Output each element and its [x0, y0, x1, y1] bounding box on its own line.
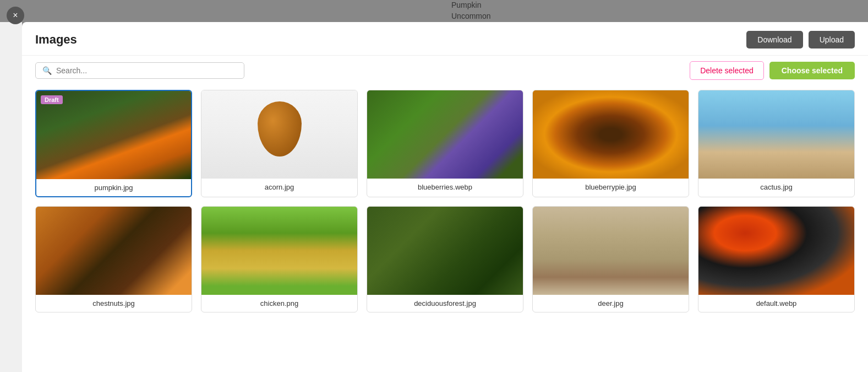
modal-toolbar: 🔍 Delete selected Choose selected — [22, 56, 868, 85]
background-hint: Pumpkin Uncommon — [451, 0, 491, 21]
header-actions: Download Upload — [746, 31, 855, 48]
search-icon: 🔍 — [42, 66, 52, 75]
image-label-deciduousforest: deciduousforest.jpg — [367, 295, 523, 312]
image-label-pumpkin: pumpkin.jpg — [36, 179, 191, 196]
image-label-cactus: cactus.jpg — [698, 179, 854, 196]
images-modal: Images Download Upload 🔍 Delete selected… — [22, 22, 868, 372]
draft-badge-pumpkin: Draft — [41, 95, 63, 104]
image-thumb-blueberries — [367, 90, 523, 179]
image-label-chestnuts: chestnuts.jpg — [36, 295, 192, 312]
upload-button[interactable]: Upload — [809, 31, 855, 48]
image-card-blueberries[interactable]: blueberries.webp — [367, 90, 523, 197]
image-thumb-blueberrypie — [533, 90, 689, 179]
image-thumb-default — [698, 207, 854, 295]
image-card-acorn[interactable]: acorn.jpg — [201, 90, 358, 197]
image-thumb-chicken — [201, 207, 357, 295]
image-thumb-acorn — [201, 90, 357, 179]
choose-selected-button[interactable]: Choose selected — [769, 62, 855, 79]
search-wrapper[interactable]: 🔍 — [35, 62, 244, 79]
modal-header: Images Download Upload — [22, 22, 868, 56]
modal-body: Draftpumpkin.jpgacorn.jpgblueberries.web… — [22, 85, 868, 372]
close-button[interactable]: × — [7, 7, 24, 24]
toolbar-right: Delete selected Choose selected — [690, 61, 855, 80]
image-card-blueberrypie[interactable]: blueberrypie.jpg — [532, 90, 689, 197]
image-label-blueberries: blueberries.webp — [367, 179, 523, 196]
image-grid: Draftpumpkin.jpgacorn.jpgblueberries.web… — [35, 90, 855, 312]
image-thumb-cactus — [698, 90, 854, 179]
image-card-cactus[interactable]: cactus.jpg — [698, 90, 855, 197]
modal-title: Images — [35, 33, 77, 47]
image-card-deer[interactable]: deer.jpg — [532, 206, 689, 312]
image-label-default: default.webp — [698, 295, 854, 312]
search-input[interactable] — [56, 66, 237, 75]
image-label-acorn: acorn.jpg — [201, 179, 357, 196]
image-card-chestnuts[interactable]: chestnuts.jpg — [35, 206, 192, 312]
image-thumb-pumpkin: Draft — [36, 91, 191, 179]
image-card-deciduousforest[interactable]: deciduousforest.jpg — [367, 206, 523, 312]
image-label-chicken: chicken.png — [201, 295, 357, 312]
image-thumb-chestnuts — [36, 207, 192, 295]
image-label-blueberrypie: blueberrypie.jpg — [533, 179, 689, 196]
image-card-default[interactable]: default.webp — [698, 206, 855, 312]
image-thumb-deer — [533, 207, 689, 295]
image-card-chicken[interactable]: chicken.png — [201, 206, 358, 312]
left-sidebar — [0, 22, 22, 372]
delete-selected-button[interactable]: Delete selected — [690, 61, 764, 80]
download-button[interactable]: Download — [746, 31, 803, 48]
image-label-deer: deer.jpg — [533, 295, 689, 312]
image-thumb-deciduousforest — [367, 207, 523, 295]
image-card-pumpkin[interactable]: Draftpumpkin.jpg — [35, 90, 192, 197]
